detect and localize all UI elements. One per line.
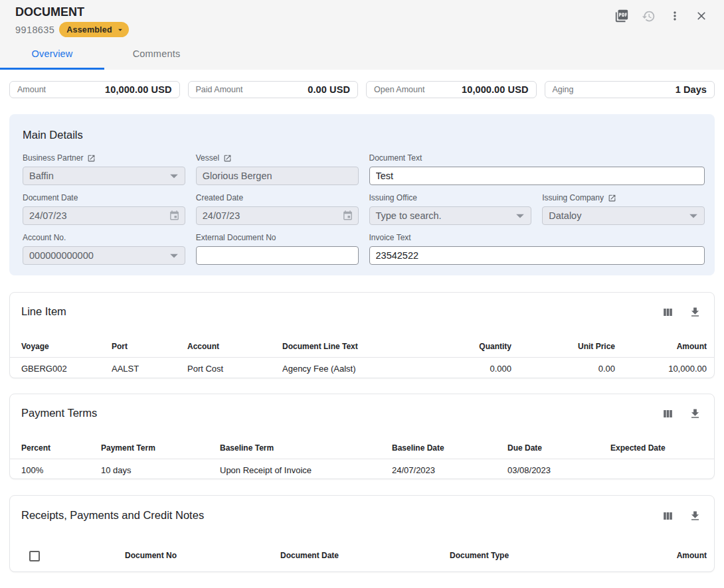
line-item-tools [658, 305, 704, 319]
column-header[interactable]: Baseline Date [392, 443, 507, 453]
history-icon [642, 9, 656, 23]
calendar-icon [342, 210, 353, 222]
cell-account: Port Cost [187, 364, 282, 374]
line-item-title: Line Item [21, 305, 66, 318]
created-date-picker[interactable]: 24/07/23 [196, 206, 359, 225]
cell-voyage: GBERG002 [21, 364, 112, 374]
column-header[interactable]: Amount [616, 551, 707, 561]
field-label: Document Date [23, 193, 185, 202]
column-header[interactable]: Port [112, 342, 187, 351]
invoice-text-input-wrap [369, 246, 705, 265]
column-header[interactable]: Payment Term [101, 443, 220, 453]
field-document-date: Document Date 24/07/23 [23, 193, 185, 225]
select-all-checkbox[interactable] [29, 551, 40, 561]
main-details-title: Main Details [23, 128, 705, 141]
column-settings-button[interactable] [658, 407, 677, 420]
stat-value: 0.00 USD [308, 84, 350, 95]
cell-baseline-date: 24/07/2023 [392, 465, 507, 475]
close-icon [695, 9, 708, 23]
document-subtitle: 9918635 Assembled [15, 22, 129, 37]
main-details-fields: Business Partner Baffin Vessel Glorious … [23, 153, 705, 265]
cell-unit-price: 0.00 [511, 364, 615, 374]
field-label: Issuing Company [542, 193, 705, 202]
column-header[interactable]: Document Line Text [282, 342, 435, 351]
stat-label: Paid Amount [196, 85, 243, 94]
column-header[interactable]: Baseline Term [220, 443, 392, 453]
view-column-icon [662, 306, 674, 319]
summary-stats-row: Amount 10,000.00 USD Paid Amount 0.00 US… [9, 81, 715, 98]
download-button[interactable] [685, 407, 704, 420]
open-in-new-icon[interactable] [223, 154, 232, 163]
receipts-tools [658, 509, 704, 522]
field-label: Account No. [23, 233, 185, 242]
status-badge-label: Assembled [66, 25, 112, 35]
tab-bar: Overview Comments [0, 38, 209, 70]
history-button[interactable] [635, 3, 662, 29]
column-header[interactable]: Amount [615, 342, 707, 351]
field-vessel: Vessel Glorious Bergen [196, 153, 359, 185]
field-issuing-company: Issuing Company Dataloy [542, 193, 705, 225]
column-header[interactable]: Quantity [435, 342, 511, 351]
field-label: Invoice Text [369, 233, 705, 242]
payment-terms-header: Payment Terms [10, 394, 714, 420]
download-icon [689, 306, 701, 319]
column-header[interactable]: Voyage [21, 342, 112, 351]
download-icon [689, 510, 701, 522]
column-header[interactable]: Unit Price [511, 342, 615, 351]
stat-value: 10,000.00 USD [462, 84, 528, 95]
document-text-input[interactable] [369, 167, 705, 185]
external-document-no-input-wrap [196, 246, 359, 265]
field-business-partner: Business Partner Baffin [23, 153, 185, 185]
line-item-row[interactable]: GBERG002 AALST Port Cost Agency Fee (Aal… [10, 358, 714, 378]
column-header[interactable]: Document Type [450, 551, 616, 561]
issuing-office-select[interactable]: Type to search. [369, 206, 532, 225]
external-document-no-input[interactable] [196, 246, 359, 265]
tab-overview[interactable]: Overview [0, 38, 104, 70]
receipts-column-headers: Document No Document Date Document Type … [10, 522, 714, 572]
tab-comments[interactable]: Comments [104, 38, 209, 70]
more-options-button[interactable] [662, 3, 688, 29]
open-in-new-icon[interactable] [608, 194, 616, 202]
column-header[interactable]: Account [187, 342, 282, 351]
field-label: Vessel [196, 153, 359, 163]
field-label: External Document No [196, 233, 359, 242]
account-no-select[interactable]: 000000000000 [23, 246, 185, 265]
payment-terms-card: Payment Terms Percent Payment Term Basel… [9, 394, 715, 479]
open-in-new-icon[interactable] [87, 154, 96, 163]
download-button[interactable] [685, 305, 704, 319]
pdf-button[interactable] [608, 3, 635, 29]
status-badge-dropdown[interactable]: Assembled [59, 22, 129, 37]
document-number: 9918635 [15, 25, 54, 35]
vessel-input[interactable]: Glorious Bergen [196, 167, 359, 185]
stat-label: Amount [17, 85, 46, 94]
page-title: DOCUMENT [15, 5, 84, 19]
document-date-picker[interactable]: 24/07/23 [23, 206, 185, 225]
kebab-menu-icon [668, 9, 681, 23]
column-header[interactable]: Expected Date [610, 443, 707, 453]
stat-aging: Aging 1 Days [545, 81, 715, 98]
cell-baseline-term: Upon Receipt of Invoice [220, 465, 392, 475]
invoice-text-input[interactable] [369, 246, 705, 265]
payment-terms-row[interactable]: 100% 10 days Upon Receipt of Invoice 24/… [10, 459, 714, 479]
column-header[interactable]: Due Date [507, 443, 610, 453]
column-settings-button[interactable] [658, 305, 677, 319]
column-header[interactable]: Document Date [280, 551, 450, 561]
business-partner-select[interactable]: Baffin [23, 167, 185, 185]
field-invoice-text: Invoice Text [369, 233, 705, 265]
line-item-card: Line Item Voyage Port Account Document L… [9, 292, 715, 378]
stat-label: Aging [553, 85, 574, 94]
stat-value: 10,000.00 USD [105, 84, 171, 95]
download-button[interactable] [685, 509, 704, 522]
view-column-icon [662, 407, 674, 420]
cell-amount: 10,000.00 [615, 364, 707, 374]
column-header[interactable]: Percent [21, 443, 101, 453]
line-item-header: Line Item [10, 293, 714, 319]
cell-due-date: 03/08/2023 [507, 465, 610, 475]
close-button[interactable] [688, 3, 715, 29]
column-header[interactable]: Document No [125, 551, 280, 561]
column-settings-button[interactable] [658, 509, 677, 522]
document-header: DOCUMENT 9918635 Assembled Overview Comm… [0, 0, 724, 70]
caret-down-icon [116, 25, 125, 35]
issuing-company-select[interactable]: Dataloy [542, 206, 705, 225]
payment-terms-column-headers: Percent Payment Term Baseline Term Basel… [10, 443, 714, 453]
